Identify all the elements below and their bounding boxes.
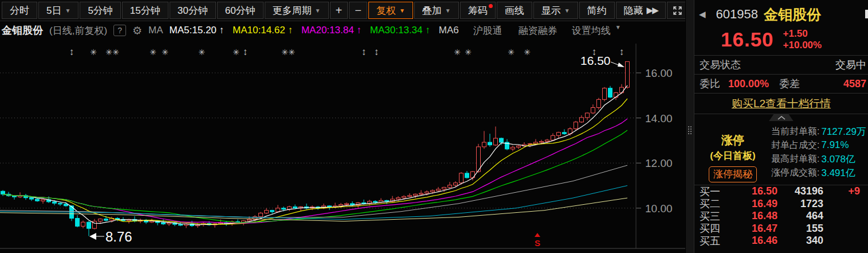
stat-value: 3.078亿 — [821, 153, 855, 166]
tool-button[interactable]: 隐藏▶▶ — [616, 2, 666, 19]
help-icon[interactable]: ? — [113, 25, 126, 36]
tool-label: 叠加 — [422, 4, 442, 17]
change-amount: +1.50 — [783, 28, 822, 40]
l2-upgrade-link[interactable]: 购买L2查看十档行情 — [694, 93, 868, 114]
candlestick-chart[interactable]: 16.0014.0012.0010.00↕✳✳✳✳✳✳✳↕✳✳↕↕✳✳✳✳↕↕1… — [0, 40, 685, 253]
indicator-info-bar: 金钼股份 (日线,前复权) ? ⚙ MA MA5:15.20 ↑MA10:14.… — [0, 21, 685, 40]
period-button[interactable]: 30分钟 — [170, 2, 216, 19]
prev-stock-icon[interactable]: ◀ — [699, 9, 706, 20]
bid-row[interactable]: 买四16.47155 — [694, 223, 868, 235]
zoom-in-button[interactable]: + — [330, 2, 348, 19]
svg-text:✳: ✳ — [508, 48, 514, 57]
ma-value: MA20:13.84 ↑ — [301, 25, 362, 36]
limit-reveal-button[interactable]: 涨停揭秘 — [709, 166, 757, 182]
svg-text:↕: ↕ — [619, 46, 625, 57]
info-links: 沪股通融资融券 — [473, 24, 557, 37]
chevron-right-icon: ▶▶ — [647, 5, 658, 15]
bid-volume: 464 — [777, 210, 823, 222]
period-label: 5分钟 — [88, 4, 112, 17]
pane-splitter[interactable] — [685, 0, 694, 253]
period-label: 分时 — [10, 4, 29, 17]
tool-label: 简约 — [587, 4, 607, 17]
tool-label: 筹码 — [468, 4, 488, 17]
limit-up-section: 涨停 (今日首板) 涨停揭秘 当前封单额:7127.29万封单占成交:7.91%… — [694, 114, 868, 185]
period-label: 60分钟 — [225, 4, 256, 17]
tool-button[interactable]: 简约 — [579, 2, 615, 19]
stat-value: 7.91% — [821, 139, 849, 151]
period-label: 15分钟 — [130, 4, 160, 17]
tool-label: 隐藏 — [624, 4, 643, 17]
svg-text:✳: ✳ — [90, 48, 97, 57]
chevron-down-icon: ▼ — [399, 7, 405, 14]
collapse-section-button[interactable] — [765, 114, 798, 121]
ma-value: MA6 — [439, 25, 459, 36]
svg-text:✳: ✳ — [150, 48, 156, 57]
zoom-out-button[interactable]: − — [349, 2, 367, 19]
svg-text:✳: ✳ — [524, 48, 531, 57]
chart-pane: 分时5日▼5分钟15分钟30分钟60分钟更多周期▼ + − 复权▼叠加▼筹码画线… — [0, 0, 685, 253]
svg-text:↕: ↕ — [243, 46, 248, 57]
svg-text:✳: ✳ — [105, 48, 112, 57]
svg-text:↕: ↕ — [69, 46, 74, 57]
svg-text:✳: ✳ — [198, 48, 205, 57]
svg-text:16.50: 16.50 — [580, 54, 611, 67]
svg-text:✳: ✳ — [112, 48, 119, 57]
ma-setting-menu[interactable]: 设置均线 ▼ — [572, 24, 621, 37]
info-menu-item[interactable]: 融资融券 — [519, 24, 557, 37]
tool-button[interactable]: 叠加▼ — [414, 2, 459, 19]
tool-label: 画线 — [505, 4, 524, 17]
bid-label: 买五 — [700, 234, 726, 248]
chart-toolbar: 分时5日▼5分钟15分钟30分钟60分钟更多周期▼ + − 复权▼叠加▼筹码画线… — [0, 0, 685, 21]
period-button[interactable]: 更多周期▼ — [265, 2, 329, 19]
period-label: 5日 — [46, 4, 61, 17]
gear-icon[interactable]: ⚙ — [132, 24, 142, 37]
svg-text:12.00: 12.00 — [645, 157, 673, 169]
bid-price: 16.49 — [726, 198, 777, 210]
bid-row[interactable]: 买二16.491723 — [694, 198, 868, 211]
quote-panel: ◀ 601958 金钼股份 16.50 +1.50 +10.00% 交易状态 交… — [694, 0, 868, 253]
expand-icon — [673, 6, 682, 15]
tool-button[interactable]: 筹码 — [460, 2, 496, 19]
limit-stat-row: 封单占成交:7.91% — [771, 138, 868, 152]
commission-ratio-value: 100.00% — [728, 78, 769, 90]
tool-button[interactable]: 显示▼ — [533, 2, 578, 19]
period-button[interactable]: 分时 — [2, 2, 37, 19]
stock-code: 601958 — [716, 7, 758, 22]
chart-mode-label: (日线,前复权) — [49, 24, 107, 37]
bid-row[interactable]: 买五16.46340 — [694, 235, 868, 247]
tool-button[interactable]: 复权▼ — [368, 2, 413, 19]
chevron-down-icon: ▼ — [445, 7, 451, 14]
bid-row[interactable]: 买一16.5043196+9 — [694, 185, 868, 198]
price-block: 16.50 +1.50 +10.00% — [694, 24, 868, 55]
chevron-down-icon: ▼ — [315, 7, 321, 14]
commission-ratio-label: 委比 — [700, 77, 720, 91]
period-label: 更多周期 — [273, 4, 312, 17]
quote-header: ◀ 601958 金钼股份 — [694, 0, 868, 24]
svg-text:✳: ✳ — [465, 48, 472, 57]
bid-price: 16.47 — [726, 223, 777, 235]
ma-indicator-label: MA — [148, 25, 163, 36]
tool-button[interactable]: 画线 — [497, 2, 532, 19]
bid-volume: 155 — [777, 223, 823, 235]
trade-status-value: 交易中 — [835, 58, 866, 72]
bid-row[interactable]: 买三16.48464 — [694, 210, 868, 223]
next-stock-button[interactable] — [865, 10, 868, 18]
chevron-down-icon: ▼ — [564, 7, 570, 14]
limit-stat-row: 涨停成交额:3.491亿 — [771, 166, 868, 180]
commission-diff-value: 4587 — [843, 78, 866, 90]
period-button[interactable]: 15分钟 — [122, 2, 168, 19]
period-button[interactable]: 5分钟 — [80, 2, 120, 19]
change-percent: +10.00% — [783, 40, 822, 51]
info-menu-item[interactable]: 沪股通 — [473, 24, 502, 37]
commission-row: 委比 100.00% 委差 4587 — [694, 74, 868, 93]
limit-status-sub: (今日首板) — [694, 149, 771, 162]
bid-label: 买四 — [700, 221, 726, 235]
limit-status: 涨停 — [694, 133, 771, 148]
toolbar-periods: 分时5日▼5分钟15分钟30分钟60分钟更多周期▼ — [1, 0, 329, 21]
period-button[interactable]: 5日▼ — [38, 2, 78, 19]
chevron-down-icon: ▼ — [615, 24, 621, 37]
period-button[interactable]: 60分钟 — [217, 2, 264, 19]
stat-value: 7127.29万 — [821, 125, 866, 138]
bid-label: 买一 — [700, 185, 726, 198]
svg-text:✳: ✳ — [162, 48, 168, 57]
